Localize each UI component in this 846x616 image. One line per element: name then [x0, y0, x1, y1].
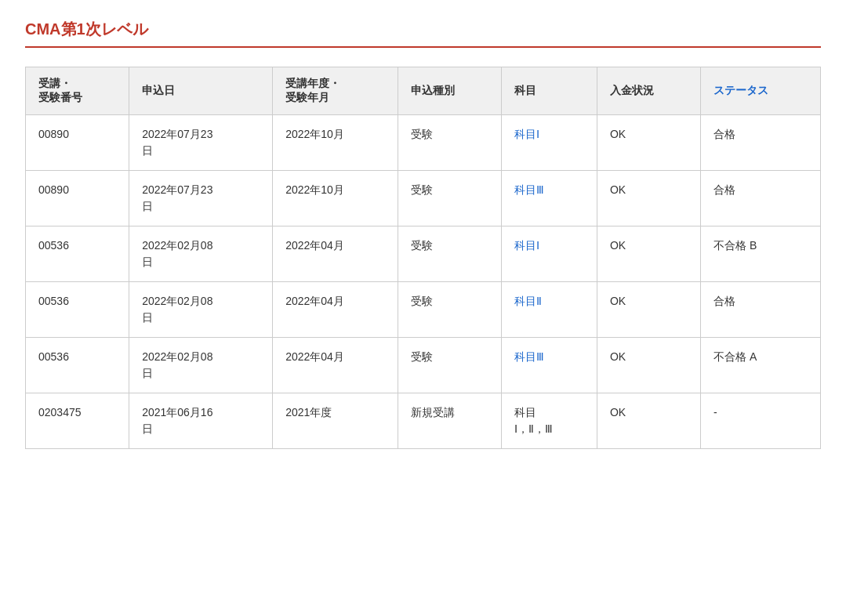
table-body: 008902022年07月23日2022年10月受験科目ⅠOK合格0089020… — [26, 115, 821, 449]
cell-apply-date: 2021年06月16日 — [129, 393, 273, 449]
cell-number: 00536 — [26, 282, 129, 338]
cell-apply-type: 受験 — [398, 338, 502, 393]
table-row: 008902022年07月23日2022年10月受験科目ⅢOK合格 — [26, 171, 821, 226]
cell-status: 不合格 B — [701, 226, 821, 282]
cell-apply-type: 受験 — [398, 115, 502, 171]
main-table: 受講・受験番号 申込日 受講年度・受験年月 申込種別 科目 入金状況 ステータス… — [25, 67, 821, 449]
cell-exam-year-month: 2022年04月 — [273, 226, 398, 282]
col-header-apply-date: 申込日 — [129, 67, 273, 115]
cell-number: 00890 — [26, 171, 129, 226]
cell-apply-type: 受験 — [398, 171, 502, 226]
col-header-status: ステータス — [701, 67, 821, 115]
cell-subject[interactable]: 科目Ⅰ — [502, 226, 597, 282]
col-header-apply-type: 申込種別 — [398, 67, 502, 115]
cell-exam-year-month: 2022年04月 — [273, 282, 398, 338]
cell-subject: 科目Ⅰ，Ⅱ，Ⅲ — [502, 393, 597, 449]
cell-subject[interactable]: 科目Ⅰ — [502, 115, 597, 171]
cell-apply-date: 2022年02月08日 — [129, 226, 273, 282]
title-divider — [25, 46, 821, 48]
cell-exam-year-month: 2021年度 — [273, 393, 398, 449]
table-header: 受講・受験番号 申込日 受講年度・受験年月 申込種別 科目 入金状況 ステータス — [26, 67, 821, 115]
cell-payment: OK — [597, 115, 700, 171]
cell-apply-type: 受験 — [398, 226, 502, 282]
cell-apply-date: 2022年02月08日 — [129, 338, 273, 393]
cell-status: 不合格 A — [701, 338, 821, 393]
page-title: CMA第1次レベル — [25, 19, 821, 40]
cell-number: 00536 — [26, 226, 129, 282]
table-row: 008902022年07月23日2022年10月受験科目ⅠOK合格 — [26, 115, 821, 171]
cell-status: 合格 — [701, 115, 821, 171]
cell-payment: OK — [597, 393, 700, 449]
cell-payment: OK — [597, 282, 700, 338]
cell-apply-date: 2022年07月23日 — [129, 171, 273, 226]
cell-exam-year-month: 2022年10月 — [273, 115, 398, 171]
cell-payment: OK — [597, 171, 700, 226]
cell-apply-date: 2022年02月08日 — [129, 282, 273, 338]
cell-status: - — [701, 393, 821, 449]
col-header-subject: 科目 — [502, 67, 597, 115]
col-header-exam-year-month: 受講年度・受験年月 — [273, 67, 398, 115]
cell-subject[interactable]: 科目Ⅲ — [502, 171, 597, 226]
cell-apply-type: 新規受講 — [398, 393, 502, 449]
cell-status: 合格 — [701, 171, 821, 226]
cell-exam-year-month: 2022年04月 — [273, 338, 398, 393]
cell-number: 00890 — [26, 115, 129, 171]
col-header-payment: 入金状況 — [597, 67, 700, 115]
cell-subject[interactable]: 科目Ⅱ — [502, 282, 597, 338]
cell-number: 00536 — [26, 338, 129, 393]
cell-subject[interactable]: 科目Ⅲ — [502, 338, 597, 393]
cell-exam-year-month: 2022年10月 — [273, 171, 398, 226]
table-row: 005362022年02月08日2022年04月受験科目ⅠOK不合格 B — [26, 226, 821, 282]
cell-status: 合格 — [701, 282, 821, 338]
cell-payment: OK — [597, 338, 700, 393]
col-header-number: 受講・受験番号 — [26, 67, 129, 115]
cell-payment: OK — [597, 226, 700, 282]
cell-apply-type: 受験 — [398, 282, 502, 338]
table-row: 02034752021年06月16日2021年度新規受講科目Ⅰ，Ⅱ，ⅢOK- — [26, 393, 821, 449]
table-row: 005362022年02月08日2022年04月受験科目ⅡOK合格 — [26, 282, 821, 338]
table-row: 005362022年02月08日2022年04月受験科目ⅢOK不合格 A — [26, 338, 821, 393]
cell-apply-date: 2022年07月23日 — [129, 115, 273, 171]
cell-number: 0203475 — [26, 393, 129, 449]
